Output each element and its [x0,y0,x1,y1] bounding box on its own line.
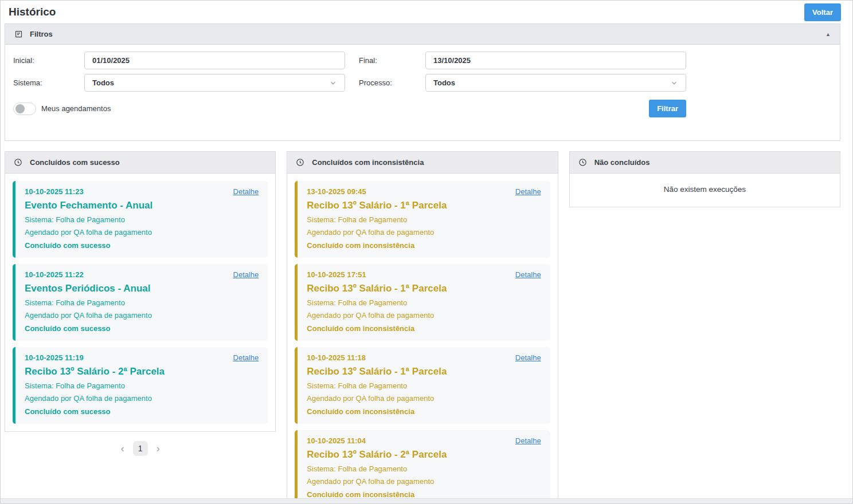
card-scheduled-by: Agendado por QA folha de pagamento [307,228,541,237]
card-system: Sistema: Folha de Pagamento [25,381,259,390]
card-title: Recibo 13º Salário - 1ª Parcela [307,200,541,211]
card-scheduled-by: Agendado por QA folha de pagamento [25,394,259,403]
card-scheduled-by: Agendado por QA folha de pagamento [25,311,259,320]
detail-link[interactable]: Detalhe [515,270,541,279]
top-bar: Histórico Voltar [1,1,852,23]
detail-link[interactable]: Detalhe [233,187,259,196]
inicial-label: Inicial: [13,56,84,65]
pagination-current-page[interactable]: 1 [133,441,148,456]
clock-icon [296,158,304,167]
detail-link[interactable]: Detalhe [515,353,541,362]
execution-card: 10-10-2025 11:04DetalheRecibo 13º Salári… [295,430,550,504]
inicial-input[interactable] [84,52,345,69]
panel-header: Não concluídos [570,152,840,174]
execution-card: 10-10-2025 11:23DetalheEvento Fechamento… [13,181,268,258]
card-status: Concluído com sucesso [25,324,259,333]
card-scheduled-by: Agendado por QA folha de pagamento [307,394,541,403]
card-status: Concluído com sucesso [25,241,259,250]
panel-header: Concluídos com inconsistência [287,152,557,174]
card-status: Concluído com inconsistência [307,241,541,250]
card-top-row: 13-10-2025 09:45Detalhe [307,187,541,196]
toggle-knob [15,104,25,113]
card-system: Sistema: Folha de Pagamento [307,298,541,307]
card-datetime: 13-10-2025 09:45 [307,187,366,196]
card-system: Sistema: Folha de Pagamento [25,298,259,307]
card-datetime: 10-10-2025 11:04 [307,436,366,445]
column-3: Não concluídosNão existem execuções [569,151,840,207]
card-datetime: 10-10-2025 11:22 [25,270,84,279]
column-1: Concluídos com sucesso10-10-2025 11:23De… [5,151,276,456]
panel-header: Concluídos com sucesso [5,152,275,174]
panel-body: 13-10-2025 09:45DetalheRecibo 13º Salári… [287,174,557,504]
results-columns: Concluídos com sucesso10-10-2025 11:23De… [5,151,840,504]
results-panel: Concluídos com inconsistência13-10-2025 … [287,151,558,504]
panel-title: Concluídos com sucesso [30,158,120,167]
chevron-down-icon [670,79,678,87]
execution-card: 13-10-2025 09:45DetalheRecibo 13º Salári… [295,181,550,258]
page-frame: Histórico Voltar Filtros ▲ Inicial: Fina… [0,0,853,504]
filtrar-button[interactable]: Filtrar [649,100,686,117]
card-system: Sistema: Folha de Pagamento [307,215,541,224]
pagination-next-icon[interactable]: › [153,442,163,455]
chevron-down-icon [329,79,337,87]
card-datetime: 10-10-2025 11:18 [307,353,366,362]
panel-title: Concluídos com inconsistência [312,158,424,167]
final-input[interactable] [425,52,686,69]
execution-card: 10-10-2025 11:19DetalheRecibo 13º Salári… [13,347,268,424]
card-status: Concluído com inconsistência [307,324,541,333]
filter-row-selects: Sistema: Todos Processo: Todos [13,74,686,92]
detail-link[interactable]: Detalhe [515,436,541,445]
detail-link[interactable]: Detalhe [233,270,259,279]
sistema-label: Sistema: [13,78,84,87]
meus-agendamentos-group: Meus agendamentos [13,103,111,115]
card-title: Recibo 13º Salário - 1ª Parcela [307,283,541,294]
execution-card: 10-10-2025 11:22DetalheEventos Periódico… [13,264,268,341]
execution-card: 10-10-2025 17:51DetalheRecibo 13º Salári… [295,264,550,341]
meus-agendamentos-toggle[interactable] [13,103,36,115]
processo-select[interactable]: Todos [425,74,686,92]
pagination-prev-icon[interactable]: ‹ [118,442,128,455]
card-top-row: 10-10-2025 11:22Detalhe [25,270,259,279]
meus-agendamentos-label: Meus agendamentos [41,104,111,113]
card-system: Sistema: Folha de Pagamento [307,381,541,390]
empty-message: Não existem execuções [570,174,840,207]
final-label: Final: [359,56,425,65]
execution-card: 10-10-2025 11:18DetalheRecibo 13º Salári… [295,347,550,424]
card-top-row: 10-10-2025 11:04Detalhe [307,436,541,445]
card-scheduled-by: Agendado por QA folha de pagamento [25,228,259,237]
collapse-caret-up-icon[interactable]: ▲ [825,32,831,37]
card-system: Sistema: Folha de Pagamento [307,464,541,473]
results-panel: Não concluídosNão existem execuções [569,151,840,207]
card-title: Recibo 13º Salário - 2ª Parcela [307,449,541,460]
processo-select-value: Todos [433,78,455,87]
card-status: Concluído com inconsistência [307,490,541,499]
filter-row-dates: Inicial: Final: [13,52,686,69]
detail-link[interactable]: Detalhe [515,187,541,196]
card-scheduled-by: Agendado por QA folha de pagamento [307,311,541,320]
horizontal-scrollbar[interactable] [1,498,852,503]
pagination: ‹1› [5,441,276,456]
processo-label: Processo: [359,78,425,87]
filters-body: Inicial: Final: Sistema: Todos Processo: [5,45,840,140]
card-system: Sistema: Folha de Pagamento [25,215,259,224]
card-status: Concluído com inconsistência [307,407,541,416]
filters-title: Filtros [30,30,53,38]
page-title: Histórico [9,6,56,18]
column-2: Concluídos com inconsistência13-10-2025 … [287,151,558,504]
card-top-row: 10-10-2025 11:23Detalhe [25,187,259,196]
filters-header[interactable]: Filtros ▲ [5,24,840,45]
card-datetime: 10-10-2025 11:23 [25,187,84,196]
card-title: Evento Fechamento - Anual [25,200,259,211]
panel-body: 10-10-2025 11:23DetalheEvento Fechamento… [5,174,275,431]
card-datetime: 10-10-2025 11:19 [25,353,84,362]
card-top-row: 10-10-2025 11:18Detalhe [307,353,541,362]
sistema-select[interactable]: Todos [84,74,345,92]
card-title: Recibo 13º Salário - 2ª Parcela [25,366,259,377]
detail-link[interactable]: Detalhe [233,353,259,362]
clock-icon [578,158,587,167]
card-status: Concluído com sucesso [25,407,259,416]
card-top-row: 10-10-2025 11:19Detalhe [25,353,259,362]
voltar-button[interactable]: Voltar [804,3,841,21]
card-datetime: 10-10-2025 17:51 [307,270,366,279]
panel-title: Não concluídos [594,158,650,167]
